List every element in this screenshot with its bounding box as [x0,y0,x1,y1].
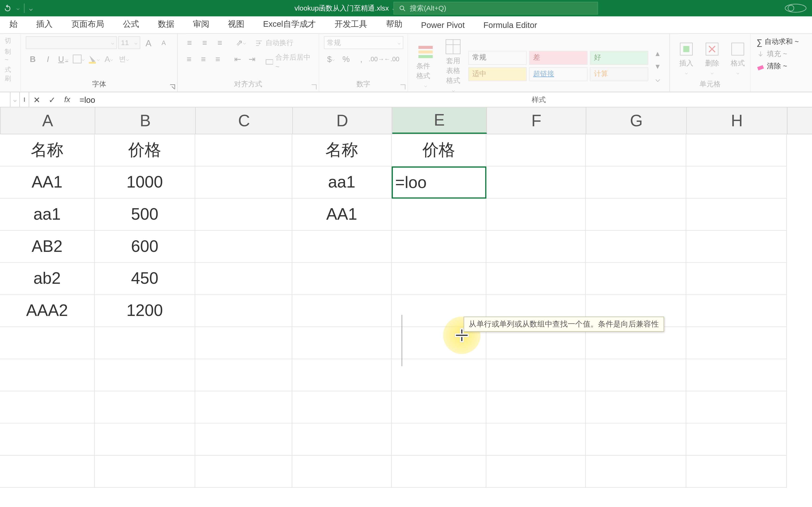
tab-formula-editor[interactable]: Formula Editor [474,17,547,33]
font-dialog-icon[interactable] [169,83,176,91]
cell-H5[interactable] [686,263,787,295]
cell-D11[interactable] [292,456,392,488]
cell-D5[interactable] [292,263,392,295]
cell-H3[interactable] [686,199,787,231]
cell-E5[interactable] [392,263,486,295]
cell-B1[interactable]: 价格 [95,134,195,166]
cell-E8[interactable] [392,359,486,391]
italic-button[interactable]: I [41,53,55,65]
cell-D7[interactable] [292,327,392,359]
format-as-table-button[interactable]: 套用 表格格式 ⌵ [441,36,466,95]
cell-D2[interactable]: aa1 [292,166,392,199]
align-right-button[interactable]: ≡ [211,53,224,65]
cell-B6[interactable]: 1200 [95,295,195,327]
indent-increase-button[interactable]: ⇥ [246,53,259,65]
undo-icon[interactable] [4,4,12,12]
cell-C7[interactable] [195,327,292,359]
cell-F1[interactable] [486,134,586,166]
cell-B5[interactable]: 450 [95,263,195,295]
cell-C2[interactable] [195,166,292,199]
indent-decrease-button[interactable]: ⇤ [231,53,244,65]
cell-H6[interactable] [686,295,787,327]
col-header-e[interactable]: E [392,108,487,134]
col-header-b[interactable]: B [95,108,196,134]
underline-button[interactable]: U⌵ [56,53,70,65]
comma-button[interactable]: , [354,53,368,65]
cell-C5[interactable] [195,263,292,295]
cell-C4[interactable] [195,231,292,263]
format-cells-button[interactable]: 格式⌵ [726,38,750,77]
cell-F10[interactable] [486,424,586,456]
col-header-h[interactable]: H [687,108,788,134]
delete-cells-button[interactable]: 删除⌵ [700,38,724,77]
cell-E3[interactable] [392,199,486,231]
cell-H11[interactable] [686,456,787,488]
cell-A3[interactable]: aa1 [0,199,95,231]
cell-D3[interactable]: AA1 [292,199,392,231]
insert-function-button[interactable]: fx [60,92,75,107]
qat-customize-icon[interactable]: ⌵ [29,5,33,11]
cell-F3[interactable] [486,199,586,231]
cell-B9[interactable] [95,391,195,424]
currency-button[interactable]: $⌵ [324,53,338,65]
tab-data[interactable]: 数据 [149,16,184,33]
cell-C11[interactable] [195,456,292,488]
shrink-font-button[interactable]: A [157,36,171,49]
cell-G7[interactable] [586,327,686,359]
cell-G8[interactable] [586,359,686,391]
cell-B10[interactable] [95,424,195,456]
cell-F5[interactable] [486,263,586,295]
tab-insert[interactable]: 插入 [27,16,62,33]
cell-C6[interactable] [195,295,292,327]
cell-G3[interactable] [586,199,686,231]
cell-A1[interactable]: 名称 [0,134,95,166]
style-hyperlink[interactable]: 超链接 [529,67,588,81]
enter-formula-button[interactable]: ✓ [44,92,60,107]
cell-C10[interactable] [195,424,292,456]
cell-A8[interactable] [0,359,95,391]
cell-C8[interactable] [195,359,292,391]
col-header-f[interactable]: F [487,108,587,134]
cell-A4[interactable]: AB2 [0,231,95,263]
tab-view[interactable]: 视图 [219,16,254,33]
style-neutral[interactable]: 适中 [468,67,527,81]
cell-E2[interactable]: =loo [392,166,486,199]
search-box[interactable]: 搜索(Alt+Q) [394,2,598,14]
cell-B11[interactable] [95,456,195,488]
cell-G2[interactable] [586,166,686,199]
cell-G4[interactable] [586,231,686,263]
cell-styles-gallery[interactable]: 常规 差 好 适中 超链接 计算 [468,50,648,81]
cell-A6[interactable]: AAA2 [0,295,95,327]
cell-A9[interactable] [0,391,95,424]
gallery-more-icon[interactable]: ⌵ [651,72,665,85]
grow-font-button[interactable]: A [142,36,156,49]
cell-H8[interactable] [686,359,787,391]
tab-pivot[interactable]: Power Pivot [412,17,474,33]
cell-D6[interactable] [292,295,392,327]
align-bottom-button[interactable]: ≡ [213,36,227,49]
increase-decimal-button[interactable]: .00→ [369,53,384,65]
cell-E1[interactable]: 价格 [392,134,486,166]
tab-home[interactable]: 始 [0,16,27,33]
cell-D10[interactable] [292,424,392,456]
cell-A10[interactable] [0,424,95,456]
col-header-g[interactable]: G [587,108,687,134]
decrease-decimal-button[interactable]: ←.00 [385,53,399,65]
number-dialog-icon[interactable] [399,83,406,91]
cell-B3[interactable]: 500 [95,199,195,231]
cell-D1[interactable]: 名称 [292,134,392,166]
gallery-up-icon[interactable]: ▴ [651,47,665,59]
tab-formulas[interactable]: 公式 [113,16,149,33]
cell-A11[interactable] [0,456,95,488]
cell-A5[interactable]: ab2 [0,263,95,295]
fill-color-button[interactable]: ⌵ [87,53,101,65]
cell-D9[interactable] [292,391,392,424]
spreadsheet-grid[interactable]: A B C D E F G H 名称价格名称价格AA11000aa1=looaa… [0,108,812,488]
merge-button[interactable]: 合并后居中 ~ [265,53,314,71]
cell-H10[interactable] [686,424,787,456]
insert-cells-button[interactable]: 插入⌵ [674,38,698,77]
format-painter-button[interactable]: 式刷 [5,65,16,83]
tab-custom[interactable]: Excel自学成才 [254,16,325,33]
conditional-format-button[interactable]: 条件格式 ⌵ [413,41,438,90]
cell-G1[interactable] [586,134,686,166]
